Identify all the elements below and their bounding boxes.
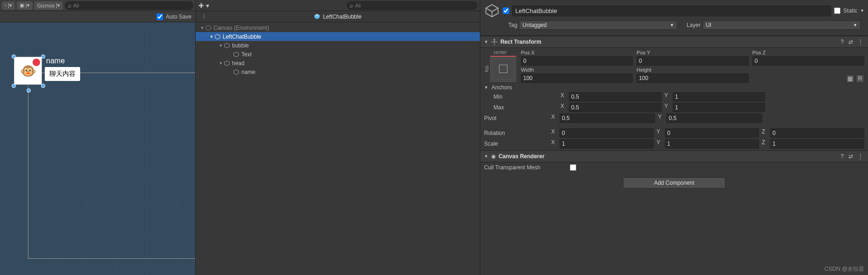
- expand-icon[interactable]: ▼: [484, 85, 490, 90]
- scale-z-input[interactable]: [770, 139, 864, 148]
- hierarchy-search[interactable]: ⌕: [347, 1, 477, 10]
- expand-icon[interactable]: ▼: [199, 26, 205, 30]
- posy-label: Pos Y: [636, 50, 748, 55]
- chatbubble-preview[interactable]: 🐵 name 聊天内容: [14, 57, 80, 85]
- camera-dropdown[interactable]: ▣ |▾: [17, 1, 33, 10]
- tag-dropdown[interactable]: Untagged▼: [519, 20, 677, 30]
- scene-toolbar: ▫ |▾ ▣ |▾ Gizmos |▾ ⌕: [0, 0, 195, 11]
- pivot-y-input[interactable]: [666, 114, 762, 123]
- pivot-x-input[interactable]: [560, 114, 655, 123]
- rot-x-input[interactable]: [560, 128, 654, 138]
- expand-icon[interactable]: ▼: [209, 34, 214, 39]
- component-title: Rect Transform: [500, 39, 837, 45]
- width-input[interactable]: [521, 74, 633, 83]
- expand-icon[interactable]: ▼: [484, 154, 488, 159]
- selection-handle[interactable]: [41, 54, 45, 59]
- inspector-header: Static ▼ Tag Untagged▼ Layer UI▼: [480, 0, 868, 36]
- create-dropdown[interactable]: ✚ ▾: [198, 2, 209, 9]
- gameobject-enabled-checkbox[interactable]: [503, 7, 509, 14]
- menu-icon[interactable]: ⋮: [857, 152, 864, 161]
- layer-dropdown[interactable]: UI▼: [703, 20, 861, 30]
- anchor-h-label: center: [494, 50, 507, 55]
- anchor-min-x-input[interactable]: [569, 92, 662, 101]
- svg-line-9: [486, 8, 492, 12]
- search-icon: ⌕: [350, 2, 353, 9]
- gizmos-dropdown[interactable]: Gizmos |▾: [34, 1, 63, 10]
- rect-transform-header[interactable]: ▼ Rect Transform ? ⇄ ⋮: [480, 36, 868, 48]
- anchor-preset-button[interactable]: [490, 56, 516, 82]
- canvas-renderer-body: Cull Transparent Mesh: [480, 162, 868, 173]
- autosave-row: Auto Save: [0, 11, 195, 22]
- selection-handle[interactable]: [41, 84, 45, 88]
- selection-pivot[interactable]: [27, 88, 31, 93]
- selection-handle[interactable]: [12, 54, 16, 59]
- rot-y-input[interactable]: [665, 128, 759, 138]
- back-icon[interactable]: 〈: [199, 13, 205, 21]
- gameobject-icon: [233, 69, 239, 75]
- anchor-max-y-input[interactable]: [673, 103, 765, 112]
- expand-icon[interactable]: ▼: [484, 40, 488, 44]
- static-checkbox[interactable]: [834, 7, 841, 14]
- anchor-max-x-input[interactable]: [569, 103, 662, 112]
- hierarchy-search-input[interactable]: [355, 3, 474, 8]
- scene-search-input[interactable]: [73, 3, 190, 8]
- tree-label: head: [232, 60, 245, 67]
- expand-icon[interactable]: ▼: [218, 43, 224, 48]
- canvas-guide-rect: [28, 73, 195, 259]
- selection-handle[interactable]: [12, 84, 16, 88]
- rotation-label: Rotation: [484, 130, 549, 136]
- rect-transform-icon: [491, 39, 498, 45]
- hierarchy-tree: ▼ Canvas (Environment) ▼ LeftChatBubble …: [196, 22, 480, 275]
- tree-label: Canvas (Environment): [213, 25, 269, 31]
- height-input[interactable]: [636, 74, 748, 83]
- posy-input[interactable]: [636, 56, 748, 66]
- tree-row-leftchatbubble[interactable]: ▼ LeftChatBubble: [196, 32, 480, 41]
- raw-edit-button[interactable]: R: [856, 74, 864, 83]
- max-label: Max: [493, 104, 559, 111]
- tree-row-bubble[interactable]: ▼ bubble: [196, 41, 480, 50]
- scale-y-input[interactable]: [665, 139, 759, 148]
- svg-marker-2: [206, 25, 211, 30]
- help-icon[interactable]: ?: [840, 152, 845, 161]
- cull-checkbox[interactable]: [570, 164, 576, 171]
- posx-input[interactable]: [521, 56, 633, 66]
- visibility-icon: ◉: [491, 153, 496, 160]
- add-component-button[interactable]: Add Component: [623, 177, 725, 188]
- scene-search[interactable]: ⌕: [65, 1, 193, 10]
- preset-icon[interactable]: ⇄: [847, 38, 854, 46]
- tool-dropdown[interactable]: ▫ |▾: [2, 1, 15, 10]
- tree-row-head[interactable]: ▼ head: [196, 59, 480, 67]
- layer-label: Layer: [687, 22, 701, 28]
- help-icon[interactable]: ?: [840, 38, 845, 46]
- prefab-icon: [314, 13, 320, 20]
- tree-label: LeftChatBubble: [223, 34, 261, 40]
- tree-row-name[interactable]: name: [196, 67, 480, 76]
- hierarchy-header: 〈 LeftChatBubble: [196, 11, 480, 22]
- menu-icon[interactable]: ⋮: [857, 38, 864, 46]
- gameobject-icon: [224, 42, 230, 49]
- scale-x-input[interactable]: [560, 139, 654, 148]
- anchor-min-y-input[interactable]: [673, 92, 765, 101]
- gameobject-icon: [233, 51, 239, 58]
- hierarchy-header-title: LeftChatBubble: [323, 13, 362, 20]
- rot-z-input[interactable]: [770, 128, 864, 138]
- svg-marker-6: [225, 60, 230, 66]
- avatar-image: 🐵: [14, 57, 42, 85]
- posz-input[interactable]: [752, 56, 864, 66]
- gameobject-icon[interactable]: [484, 3, 500, 19]
- tree-row-canvas[interactable]: ▼ Canvas (Environment): [196, 23, 480, 32]
- preset-icon[interactable]: ⇄: [847, 152, 854, 161]
- height-label: Height: [636, 67, 748, 73]
- gameobject-name-input[interactable]: [512, 6, 831, 16]
- autosave-checkbox[interactable]: [157, 13, 163, 20]
- rect-transform-body: center top Pos X Pos Y Pos Z Width: [480, 48, 868, 150]
- canvas-renderer-header[interactable]: ▼ ◉ Canvas Renderer ? ⇄ ⋮: [480, 150, 868, 162]
- static-dropdown-icon[interactable]: ▼: [860, 8, 864, 13]
- scene-viewport[interactable]: 🐵 name 聊天内容: [0, 22, 195, 275]
- tree-row-text[interactable]: Text: [196, 50, 480, 59]
- blueprint-mode-button[interactable]: ▦: [846, 74, 854, 83]
- chatbubble-name-label: name: [45, 57, 80, 65]
- anchors-label: Anchors: [492, 84, 512, 91]
- expand-icon[interactable]: ▼: [218, 61, 224, 66]
- anchor-v-label: top: [484, 66, 489, 72]
